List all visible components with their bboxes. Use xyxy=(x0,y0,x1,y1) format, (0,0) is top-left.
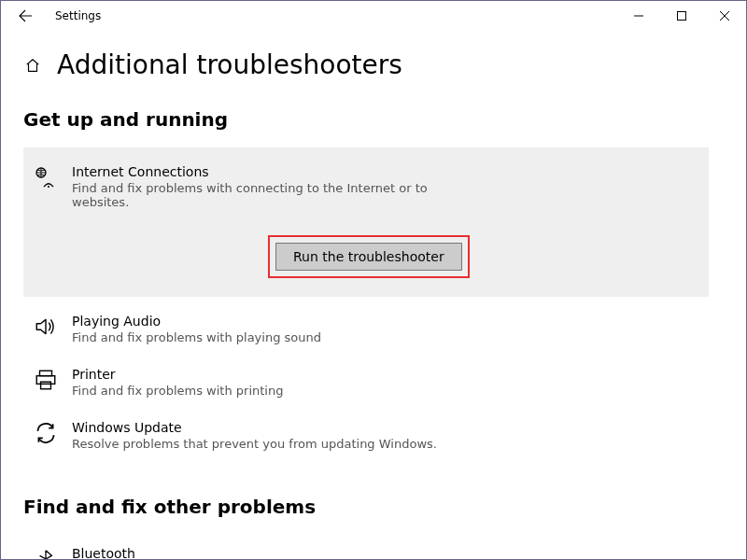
troubleshooter-title: Playing Audio xyxy=(72,314,321,329)
update-icon xyxy=(33,420,59,446)
svg-rect-4 xyxy=(36,376,55,385)
bluetooth-icon xyxy=(33,546,59,559)
svg-rect-5 xyxy=(41,382,51,389)
back-button[interactable] xyxy=(12,8,38,23)
troubleshooter-desc: Find and fix problems with connecting to… xyxy=(72,181,445,209)
minimize-icon xyxy=(634,11,643,21)
titlebar: Settings xyxy=(1,1,746,31)
run-row: Run the troubleshooter xyxy=(72,235,470,278)
svg-rect-0 xyxy=(678,12,686,21)
window-controls xyxy=(617,1,746,31)
printer-icon xyxy=(33,367,59,393)
page-title: Additional troubleshooters xyxy=(57,49,402,80)
content-scroll[interactable]: Additional troubleshooters Get up and ru… xyxy=(1,31,746,559)
troubleshooter-title: Windows Update xyxy=(72,420,437,435)
troubleshooter-playing-audio[interactable]: Playing Audio Find and fix problems with… xyxy=(23,302,709,356)
troubleshooter-title: Bluetooth xyxy=(72,546,345,559)
troubleshooter-desc: Resolve problems that prevent you from u… xyxy=(72,437,437,451)
page-header: Additional troubleshooters xyxy=(23,49,709,80)
troubleshooter-title: Internet Connections xyxy=(72,164,470,179)
run-troubleshooter-button[interactable]: Run the troubleshooter xyxy=(275,243,462,271)
maximize-button[interactable] xyxy=(660,1,703,31)
home-button[interactable] xyxy=(23,56,42,75)
audio-icon xyxy=(33,314,59,340)
troubleshooter-windows-update[interactable]: Windows Update Resolve problems that pre… xyxy=(23,409,709,462)
minimize-button[interactable] xyxy=(617,1,660,31)
back-arrow-icon xyxy=(18,8,33,23)
troubleshooter-bluetooth[interactable]: Bluetooth Find and fix problems with Blu… xyxy=(23,535,709,559)
section-heading-other: Find and fix other problems xyxy=(23,496,709,518)
titlebar-title: Settings xyxy=(38,9,101,22)
troubleshooter-desc: Find and fix problems with playing sound xyxy=(72,330,321,344)
close-icon xyxy=(720,11,729,21)
svg-rect-3 xyxy=(40,371,52,375)
close-button[interactable] xyxy=(703,1,746,31)
troubleshooter-internet-connections[interactable]: Internet Connections Find and fix proble… xyxy=(23,147,709,297)
home-icon xyxy=(24,57,41,74)
svg-point-2 xyxy=(48,186,49,188)
troubleshooter-title: Printer xyxy=(72,367,283,382)
troubleshooter-desc: Find and fix problems with printing xyxy=(72,384,283,398)
internet-icon xyxy=(33,164,59,190)
content: Additional troubleshooters Get up and ru… xyxy=(1,31,746,559)
section-heading-running: Get up and running xyxy=(23,108,709,131)
troubleshooter-printer[interactable]: Printer Find and fix problems with print… xyxy=(23,356,709,409)
run-highlight-box: Run the troubleshooter xyxy=(268,235,470,278)
maximize-icon xyxy=(677,11,686,21)
settings-window: Settings Additional troubleshooters xyxy=(0,0,747,560)
